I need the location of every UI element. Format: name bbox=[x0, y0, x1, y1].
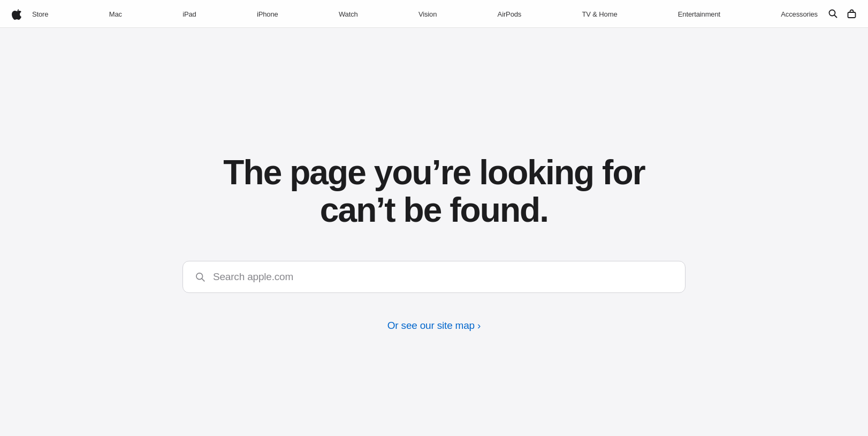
search-container bbox=[182, 261, 686, 293]
nav-actions bbox=[828, 9, 856, 18]
nav-links: Store Mac iPad iPhone Watch Vision AirPo… bbox=[21, 9, 828, 19]
search-icon bbox=[195, 272, 205, 282]
svg-point-3 bbox=[196, 273, 203, 280]
apple-logo-icon bbox=[12, 8, 21, 20]
error-heading: The page you’re looking for can’t be fou… bbox=[193, 154, 675, 229]
search-icon-wrap bbox=[195, 272, 205, 282]
search-input[interactable] bbox=[213, 271, 673, 283]
apple-logo-link[interactable] bbox=[12, 8, 21, 20]
search-box bbox=[182, 261, 686, 293]
nav-bag-button[interactable] bbox=[847, 9, 856, 18]
nav-item-tv-home[interactable]: TV & Home bbox=[582, 9, 618, 19]
search-icon bbox=[828, 9, 837, 18]
nav-item-entertainment[interactable]: Entertainment bbox=[678, 9, 720, 19]
nav-item-store[interactable]: Store bbox=[32, 9, 48, 19]
nav-item-airpods[interactable]: AirPods bbox=[498, 9, 522, 19]
nav-item-watch[interactable]: Watch bbox=[339, 9, 358, 19]
nav-item-mac[interactable]: Mac bbox=[109, 9, 122, 19]
svg-line-4 bbox=[202, 279, 204, 281]
svg-line-1 bbox=[834, 15, 837, 18]
svg-rect-2 bbox=[848, 12, 856, 18]
main-nav: Store Mac iPad iPhone Watch Vision AirPo… bbox=[0, 0, 868, 28]
nav-item-accessories[interactable]: Accessories bbox=[781, 9, 818, 19]
nav-item-iphone[interactable]: iPhone bbox=[257, 9, 278, 19]
main-content: The page you’re looking for can’t be fou… bbox=[0, 28, 868, 436]
nav-item-ipad[interactable]: iPad bbox=[182, 9, 196, 19]
nav-item-vision[interactable]: Vision bbox=[418, 9, 437, 19]
bag-icon bbox=[847, 9, 856, 18]
nav-search-button[interactable] bbox=[828, 9, 837, 18]
sitemap-link[interactable]: Or see our site map › bbox=[387, 320, 481, 332]
svg-point-0 bbox=[829, 10, 835, 16]
